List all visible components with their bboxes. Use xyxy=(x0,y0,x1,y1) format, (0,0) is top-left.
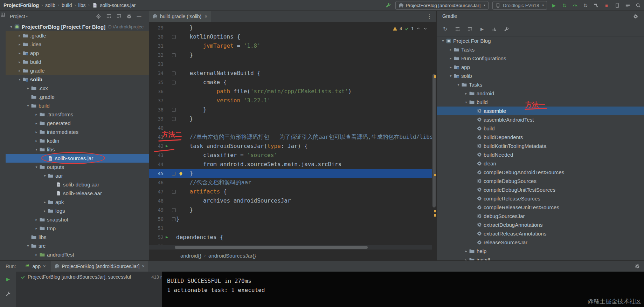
editor-tab[interactable]: build.gradle (:solib) × xyxy=(149,11,211,22)
close-tab-icon[interactable]: × xyxy=(142,264,145,269)
wrench-green-icon[interactable] xyxy=(385,2,392,8)
vertical-scrollbar[interactable] xyxy=(432,23,436,250)
chevron-right-icon[interactable]: ▸ xyxy=(34,121,39,125)
hide-panel-icon[interactable]: — xyxy=(136,14,142,19)
error-stripe-mark[interactable] xyxy=(434,210,436,212)
project-stripe-icon[interactable] xyxy=(1,13,5,17)
tree-item-tasks[interactable]: ▸Tasks xyxy=(437,45,644,54)
tree-item-intermediates[interactable]: ▸intermediates xyxy=(6,128,149,136)
fold-icon[interactable] xyxy=(172,108,176,112)
tree-item-snapshot[interactable]: ▸snapshot xyxy=(6,215,149,224)
code-line-49[interactable]: 49 } xyxy=(149,205,432,214)
device-select[interactable]: Droidlogic FV618 ▾ xyxy=(492,1,547,10)
code-line-34[interactable]: 34 externalNativeBuild { xyxy=(149,69,432,78)
chevron-down-icon[interactable]: ▾ xyxy=(440,39,446,43)
code-line-46[interactable]: 46 //包含文档和源码的aar xyxy=(149,178,432,187)
tree-item-buildkotlintoolingmetadata[interactable]: buildKotlinToolingMetadata xyxy=(437,142,644,150)
chevron-down-icon[interactable]: ▾ xyxy=(463,100,469,104)
expand-all-icon[interactable] xyxy=(455,26,461,32)
tree-item-help[interactable]: ▸help xyxy=(437,247,644,255)
tree-item-compilereleaseunittestsources[interactable]: compileReleaseUnitTestSources xyxy=(437,203,644,212)
collapse-all-icon[interactable] xyxy=(467,26,473,32)
code-line-38[interactable]: 38 } xyxy=(149,105,432,114)
chevron-right-icon[interactable]: ▸ xyxy=(463,91,469,95)
chevron-up-icon[interactable] xyxy=(416,26,421,31)
error-stripe-mark[interactable] xyxy=(434,75,436,78)
close-tab-icon[interactable]: × xyxy=(205,14,207,19)
code-area[interactable]: 29 }30 kotlinOptions {31 jvmTarget = '1.… xyxy=(149,23,432,245)
tree-item-src[interactable]: ▾src xyxy=(6,241,149,250)
chevron-right-icon[interactable]: ▸ xyxy=(34,218,39,221)
code-line-51[interactable]: 51 xyxy=(149,224,432,233)
tree-item-clean[interactable]: clean xyxy=(437,159,644,168)
inspections-widget[interactable]: 4 1 xyxy=(393,26,428,31)
chevron-down-icon[interactable]: ▾ xyxy=(34,148,39,151)
tree-item-compiledebugsources[interactable]: compileDebugSources xyxy=(437,177,644,185)
project-panel-title[interactable]: Project xyxy=(10,14,25,19)
fold-icon[interactable] xyxy=(172,217,176,221)
tree-item-assembleandroidtest[interactable]: assembleAndroidTest xyxy=(437,115,644,124)
fold-icon[interactable] xyxy=(172,117,176,121)
fold-icon[interactable] xyxy=(172,81,176,84)
tree-item-app[interactable]: ▸app xyxy=(437,63,644,71)
settings-gear-icon[interactable] xyxy=(634,264,640,269)
code-line-42[interactable]: 42▶ task androidSourcesJar(type: Jar) { xyxy=(149,142,432,151)
code-line-53[interactable]: 53 xyxy=(149,242,432,245)
gradle-refresh-icon[interactable]: ↻ xyxy=(442,26,448,32)
run-icon[interactable]: ▶ xyxy=(551,2,557,8)
code-line-31[interactable]: 31 jvmTarget = '1.8' xyxy=(149,41,432,50)
tree-item-solib[interactable]: ▾solib xyxy=(6,75,149,84)
code-line-37[interactable]: 37 version '3.22.1' xyxy=(149,96,432,105)
tree-item-project-for-blog[interactable]: ▾Project For Blog xyxy=(437,36,644,45)
chevron-right-icon[interactable]: ▸ xyxy=(17,34,22,37)
logcat-icon[interactable] xyxy=(624,2,631,8)
chevron-down-icon[interactable]: ▾ xyxy=(26,15,28,18)
chevron-right-icon[interactable]: ▸ xyxy=(17,69,22,73)
tree-item-apk[interactable]: ▸apk xyxy=(6,198,149,206)
chevron-right-icon[interactable]: ▸ xyxy=(34,253,39,257)
tree-item-build[interactable]: build xyxy=(437,124,644,133)
tree-item-builddependents[interactable]: buildDependents xyxy=(437,133,644,142)
breadcrumb-item-solib-sources-jar[interactable]: solib-sources.jar xyxy=(100,2,136,8)
chevron-down-icon[interactable]: ▾ xyxy=(456,83,461,87)
profiler-icon[interactable] xyxy=(572,2,578,8)
tree-item-androidtest[interactable]: ▸androidTest xyxy=(6,250,149,259)
code-line-41[interactable]: 41 //单击左边的三角形将源码打包 为了保证引入的aar包可以查看源码,生成的… xyxy=(149,132,432,142)
chevron-down-icon[interactable]: ▾ xyxy=(25,244,31,248)
tree-item-cxx[interactable]: ▸.cxx xyxy=(6,84,149,93)
tree-item-transforms[interactable]: ▸.transforms xyxy=(6,110,149,119)
run-tab-projectforblog-androidsourcesjar[interactable]: ProjectForBlog [androidSourcesJar]× xyxy=(51,261,148,272)
tree-item-aar[interactable]: ▾aar xyxy=(6,171,149,180)
run-task-icon[interactable]: ▶ xyxy=(479,26,485,32)
tree-item-projectforblog-project-for-blog[interactable]: ▾ProjectForBlog [Project For Blog]D:\And… xyxy=(6,22,149,31)
tree-item-install[interactable]: ▸install xyxy=(437,255,644,261)
tree-item-app[interactable]: ▸app xyxy=(6,49,149,57)
fold-icon[interactable] xyxy=(172,172,176,176)
chevron-down-icon[interactable]: ▾ xyxy=(34,165,39,169)
tree-item-tmp[interactable]: ▸tmp xyxy=(6,224,149,233)
code-line-32[interactable]: 32 } xyxy=(149,50,432,60)
tree-item-libs[interactable]: libs xyxy=(6,233,149,241)
run-tab-app[interactable]: app× xyxy=(21,261,49,272)
tree-item-kotlin[interactable]: ▸kotlin xyxy=(6,136,149,145)
fold-icon[interactable] xyxy=(172,35,176,39)
chevron-right-icon[interactable]: ▸ xyxy=(42,200,48,204)
tree-item-gradle[interactable]: ▸.gradle xyxy=(6,31,149,40)
profiler-toggle-icon[interactable] xyxy=(491,26,497,32)
chevron-right-icon[interactable]: ▸ xyxy=(448,65,453,69)
horizontal-scrollbar[interactable] xyxy=(149,245,432,250)
chevron-right-icon[interactable]: ▸ xyxy=(448,56,453,60)
chevron-right-icon[interactable]: ▸ xyxy=(463,249,469,253)
build-hammer-icon[interactable] xyxy=(593,2,599,8)
search-everywhere-icon[interactable] xyxy=(635,2,641,8)
console[interactable]: BUILD SUCCESSFUL in 270ms 1 actionable t… xyxy=(162,272,644,307)
breadcrumb-android[interactable]: android{} xyxy=(180,253,201,259)
fold-icon[interactable] xyxy=(172,71,176,75)
wrench-icon[interactable] xyxy=(5,291,11,297)
tree-item-extractdebugannotations[interactable]: extractDebugAnnotations xyxy=(437,220,644,229)
expand-all-icon[interactable] xyxy=(106,14,111,19)
tree-item-compiledebugunittestsources[interactable]: compileDebugUnitTestSources xyxy=(437,185,644,194)
code-line-29[interactable]: 29 } xyxy=(149,23,432,32)
run-config-select[interactable]: ProjectForBlog [androidSourcesJar] ▾ xyxy=(395,1,489,10)
tree-item-solib-release-aar[interactable]: solib-release.aar xyxy=(6,189,149,198)
